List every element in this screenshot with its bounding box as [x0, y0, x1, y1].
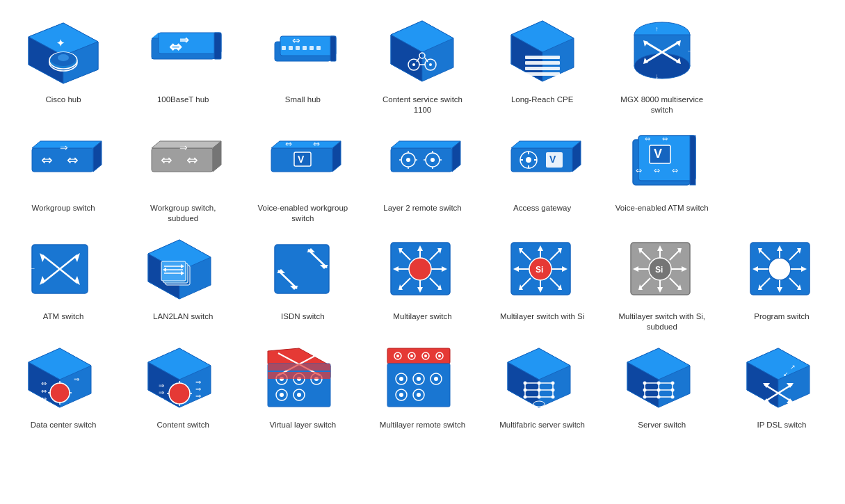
item-data-center-switch: ⇔ ⇔ ⇔ ⇒ Data center switch: [7, 339, 120, 430]
label-content-service-switch-1100: Content service switch 1100: [373, 95, 471, 115]
svg-point-270: [399, 377, 403, 381]
svg-text:⇒: ⇒: [60, 142, 68, 153]
icon-isdn-switch: [257, 231, 348, 307]
item-voice-workgroup-switch: V ⇔ ⇔ Voice-enabled workgroup switch: [246, 122, 359, 224]
label-multilayer-switch-si-subdued: Multilayer switch with Si, subdued: [613, 311, 711, 332]
item-spacer1: [725, 14, 838, 115]
icon-data-center-switch: ⇔ ⇔ ⇔ ⇒: [18, 339, 108, 416]
label-multilayer-remote-switch: Multilayer remote switch: [380, 420, 465, 430]
svg-rect-24: [309, 46, 314, 50]
label-multifabric-server-switch: Multifabric server switch: [499, 420, 585, 430]
svg-marker-71: [271, 141, 341, 148]
label-long-reach-cpe: Long-Reach CPE: [511, 95, 574, 105]
svg-text:⇔: ⇔: [161, 152, 172, 168]
svg-text:⇔: ⇔: [313, 139, 320, 149]
svg-point-265: [424, 355, 427, 357]
icon-multifabric-server-switch: ⇒: [497, 339, 588, 416]
svg-point-313: [670, 388, 674, 391]
svg-point-316: [670, 395, 674, 398]
svg-text:⇔: ⇔: [186, 152, 198, 168]
svg-point-232: [169, 383, 190, 404]
svg-point-31: [412, 63, 415, 66]
item-ip-dsl-switch: ↙ ↗ IP DSL switch: [725, 339, 838, 430]
item-long-reach-cpe: Long-Reach CPE: [486, 14, 599, 115]
svg-point-81: [406, 158, 410, 162]
svg-point-290: [551, 381, 554, 384]
svg-point-294: [523, 395, 526, 398]
svg-text:⇔: ⇔: [41, 395, 47, 403]
svg-point-254: [297, 393, 301, 397]
svg-point-96: [526, 157, 531, 163]
svg-point-200: [768, 258, 791, 280]
svg-point-292: [537, 388, 540, 391]
icon-layer2-remote-switch: [377, 122, 467, 199]
svg-point-298: [533, 401, 545, 407]
label-atm-switch: ATM switch: [43, 311, 84, 322]
svg-text:⇔: ⇔: [285, 139, 292, 149]
svg-text:✦: ✦: [56, 38, 65, 49]
label-workgroup-switch: Workgroup switch: [31, 203, 95, 213]
svg-text:Si: Si: [655, 265, 663, 275]
svg-text:⇔: ⇔: [292, 35, 300, 46]
icon-multilayer-switch-si: Si: [497, 231, 588, 307]
item-layer2-remote-switch: Layer 2 remote switch: [366, 122, 478, 224]
svg-rect-18: [280, 36, 336, 56]
item-server-switch: Server switch: [606, 339, 718, 430]
item-isdn-switch: ISDN switch: [246, 231, 359, 332]
svg-point-291: [523, 388, 526, 391]
label-voice-workgroup-switch: Voice-enabled workgroup switch: [254, 203, 351, 224]
item-access-gateway: V Access gateway: [486, 122, 599, 224]
label-100baset-hub: 100BaseT hub: [157, 95, 209, 105]
svg-text:⇔: ⇔: [654, 166, 660, 174]
svg-rect-258: [268, 372, 330, 379]
svg-point-315: [657, 395, 660, 398]
svg-text:V: V: [549, 154, 556, 165]
label-mgx-8000: MGX 8000 multiservice switch: [613, 95, 711, 115]
svg-text:←: ←: [27, 263, 36, 273]
svg-point-252: [280, 393, 284, 397]
icon-content-switch: ⇒ ⇒ ⇒ ⇒ ⇒ ⇒: [138, 339, 228, 416]
svg-rect-257: [268, 364, 330, 371]
item-workgroup-switch-subdued: ⇔ ⇔ ⇒ Workgroup switch, subdued: [127, 122, 239, 224]
item-voice-atm-switch: V ⇔ ⇔ ⇔ ⇔ ⇔ Voice-enabled ATM switch: [606, 122, 718, 224]
svg-rect-22: [296, 46, 300, 50]
label-ip-dsl-switch: IP DSL switch: [757, 420, 806, 430]
svg-text:⇒: ⇒: [179, 34, 189, 46]
svg-point-311: [643, 388, 646, 391]
item-multilayer-remote-switch: Multilayer remote switch: [366, 339, 478, 430]
icon-cisco-hub: ✦: [18, 14, 108, 90]
svg-rect-13: [159, 33, 221, 54]
svg-text:⇒: ⇒: [179, 142, 188, 153]
label-voice-atm-switch: Voice-enabled ATM switch: [615, 203, 709, 213]
icon-voice-atm-switch: V ⇔ ⇔ ⇔ ⇔ ⇔: [617, 122, 707, 199]
svg-rect-105: [690, 136, 695, 185]
svg-rect-44: [525, 72, 560, 76]
svg-rect-21: [289, 46, 293, 50]
svg-text:⇔: ⇔: [662, 135, 668, 143]
svg-point-261: [396, 355, 399, 357]
svg-marker-93: [511, 141, 581, 148]
svg-point-288: [523, 381, 526, 384]
svg-point-87: [430, 158, 435, 162]
icon-server-switch: [617, 339, 707, 416]
label-virtual-layer-switch: Virtual layer switch: [270, 420, 337, 430]
item-mgx-8000: ← → ↑ ↓ MGX 8000 multiservice switch: [606, 14, 718, 115]
label-multilayer-switch-si: Multilayer switch with Si: [500, 311, 584, 322]
svg-point-309: [657, 381, 660, 384]
svg-point-274: [434, 377, 438, 381]
item-spacer2: [725, 122, 838, 224]
icon-grid: ✦ Cisco hub ⇔ ⇒ 100BaseT hub: [0, 0, 845, 444]
svg-point-295: [537, 395, 540, 398]
svg-rect-42: [525, 61, 560, 65]
svg-text:⇔: ⇔: [67, 152, 79, 168]
label-small-hub: Small hub: [285, 95, 321, 105]
svg-point-314: [643, 395, 646, 398]
item-program-switch: Program switch: [725, 231, 838, 332]
icon-virtual-layer-switch: [257, 339, 348, 416]
svg-point-308: [643, 381, 646, 384]
svg-point-278: [417, 393, 421, 397]
item-multilayer-switch: Multilayer switch: [366, 231, 478, 332]
icon-multilayer-remote-switch: [377, 339, 467, 416]
svg-rect-23: [303, 46, 307, 50]
svg-text:→: →: [686, 46, 695, 56]
